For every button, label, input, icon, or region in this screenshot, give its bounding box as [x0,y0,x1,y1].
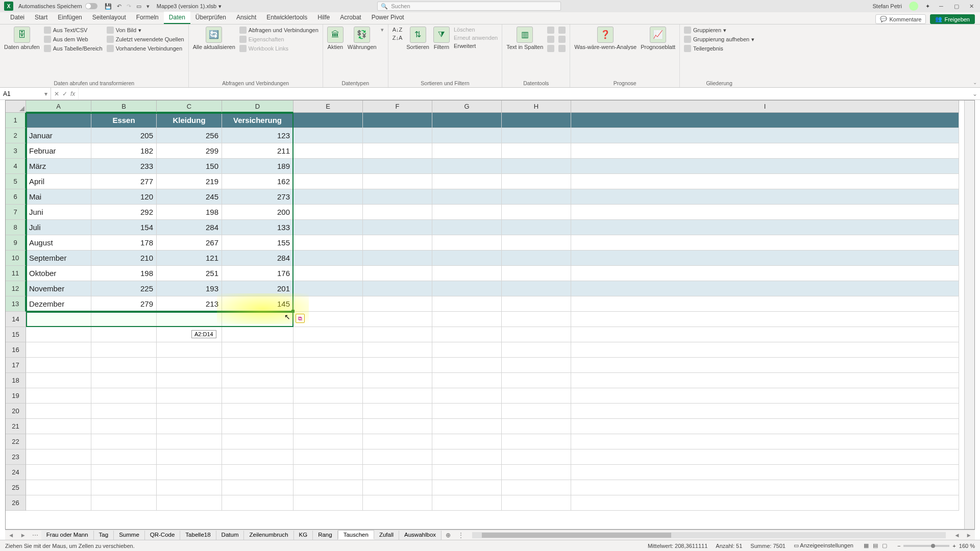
cell[interactable] [432,113,502,128]
cell[interactable] [91,404,157,419]
cell[interactable] [222,404,293,419]
cell[interactable] [363,143,432,159]
cell[interactable]: 233 [91,159,157,174]
cell[interactable] [293,373,363,388]
cell[interactable]: Versicherung [222,113,293,128]
zoom-value[interactable]: 160 % [959,543,975,549]
cell[interactable] [363,404,432,419]
user-name[interactable]: Stefan Petri [873,3,902,9]
cell[interactable]: 189 [222,159,293,174]
cell[interactable] [432,449,502,465]
cell[interactable]: August [26,235,91,251]
tab-power pivot[interactable]: Power Pivot [366,12,409,24]
cell[interactable] [363,327,432,342]
cell[interactable] [502,312,571,327]
cell[interactable] [293,189,363,205]
row-header[interactable]: 14 [6,312,26,327]
row-headers[interactable]: 1234567891011121314151617181920212223242… [6,113,26,529]
cell[interactable] [571,266,959,281]
row-header[interactable]: 7 [6,205,26,220]
row-header[interactable]: 21 [6,419,26,434]
cell[interactable] [502,159,571,174]
from-web[interactable]: Aus dem Web [44,36,103,43]
cell[interactable]: 145 [222,296,293,312]
cell[interactable] [222,373,293,388]
cell[interactable] [571,465,959,480]
from-text-csv[interactable]: Aus Text/CSV [44,27,103,34]
cell[interactable] [432,251,502,266]
qat-more-icon[interactable]: ▾ [146,3,150,10]
cell[interactable]: Juni [26,205,91,220]
cell[interactable] [571,480,959,495]
cell[interactable] [502,220,571,235]
cell[interactable] [502,128,571,143]
cell[interactable] [26,465,91,480]
cell[interactable] [222,480,293,495]
tab-ansicht[interactable]: Ansicht [231,12,261,24]
chevron-down-icon[interactable]: ▾ [218,3,222,10]
sheet-tab[interactable]: Tauschen [338,530,374,539]
cell[interactable] [293,174,363,189]
cell[interactable] [432,404,502,419]
cell[interactable] [222,495,293,511]
cell[interactable] [293,465,363,480]
row-header[interactable]: 1 [6,113,26,128]
cell[interactable]: 155 [222,235,293,251]
cell[interactable] [432,281,502,296]
cell[interactable]: 123 [222,128,293,143]
redo-icon[interactable]: ↷ [127,3,131,10]
cell[interactable]: 245 [157,189,222,205]
share-button[interactable]: 👥 Freigeben [930,14,975,24]
cell[interactable]: Dezember [26,296,91,312]
cell[interactable] [363,205,432,220]
cell-area[interactable]: EssenKleidungVersicherungJanuar205256123… [26,113,964,529]
cell[interactable] [91,419,157,434]
cell[interactable] [432,388,502,404]
currencies-button[interactable]: 💱Währungen [348,27,377,50]
column-header-B[interactable]: B [91,101,157,113]
ungroup-button[interactable]: Gruppierung aufheben ▾ [684,36,754,43]
sheet-tab[interactable]: Summe [114,531,145,540]
cell[interactable] [91,342,157,358]
cell[interactable] [432,174,502,189]
cell[interactable] [363,373,432,388]
cell[interactable] [571,220,959,235]
cell[interactable] [363,113,432,128]
cell[interactable]: 198 [91,266,157,281]
cell[interactable] [502,449,571,465]
maximize-button[interactable]: ▢ [952,3,961,10]
cell[interactable] [157,465,222,480]
cell[interactable] [293,251,363,266]
cell[interactable] [363,189,432,205]
cell[interactable] [571,388,959,404]
cell[interactable]: Mai [26,189,91,205]
column-header-E[interactable]: E [293,101,363,113]
row-header[interactable]: 25 [6,480,26,495]
avatar[interactable] [909,2,918,11]
tab-datei[interactable]: Datei [5,12,30,24]
scroll-left[interactable]: ◄ [951,532,963,538]
cell[interactable] [91,373,157,388]
cell[interactable] [363,251,432,266]
cell[interactable] [293,159,363,174]
cell[interactable] [363,434,432,449]
cell[interactable] [502,281,571,296]
column-header-A[interactable]: A [26,101,91,113]
cell[interactable] [571,342,959,358]
document-name[interactable]: Mappe3 (version 1).xlsb ▾ [157,3,222,10]
row-header[interactable]: 4 [6,159,26,174]
sheet-nav-prev[interactable]: ◄ [5,532,17,538]
column-header-I[interactable]: I [571,101,959,113]
cell[interactable] [26,327,91,342]
cell[interactable] [293,480,363,495]
cell[interactable] [91,480,157,495]
cell[interactable] [571,113,959,128]
remove-duplicates[interactable] [547,36,554,43]
horizontal-scrollbar[interactable] [472,532,946,538]
cell[interactable] [363,159,432,174]
sort-desc-button[interactable]: Z↓A [393,35,403,41]
cell[interactable] [432,143,502,159]
cell[interactable]: 284 [222,251,293,266]
row-header[interactable]: 18 [6,373,26,388]
cell[interactable]: 273 [222,189,293,205]
